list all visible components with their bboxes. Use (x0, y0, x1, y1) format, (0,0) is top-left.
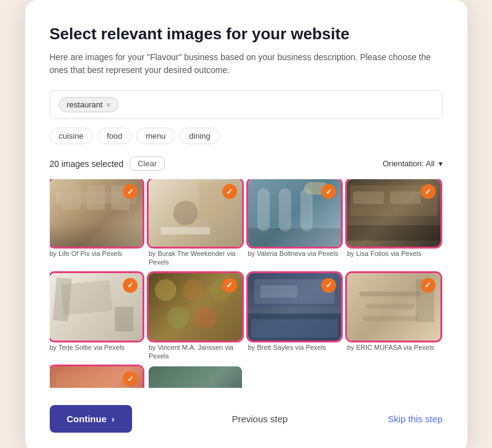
image-check-9: ✓ (123, 371, 138, 386)
chip-menu[interactable]: menu (136, 128, 175, 144)
continue-label: Continue (67, 414, 107, 424)
image-check-6: ✓ (222, 278, 237, 293)
image-wrapper-9: ✓ (50, 366, 143, 388)
image-item-7[interactable]: ✓ (248, 273, 342, 341)
image-caption-5: by Terje Soltie via Pexels (50, 343, 143, 352)
image-item-8[interactable]: ✓ (347, 273, 440, 341)
page-title: Select relevant images for your website (50, 25, 443, 44)
images-grid: ✓ by Life Of Pix via Pexels ✓ by Burak T… (50, 179, 443, 388)
image-wrapper-2: ✓ by Burak The Weekender via Pexels (149, 179, 242, 267)
image-check-3: ✓ (321, 184, 336, 199)
active-tag-label: restaurant (67, 100, 103, 109)
image-item-4[interactable]: ✓ (347, 179, 440, 247)
selected-count-area: 20 images selected Clear (50, 156, 165, 171)
active-tag-close[interactable]: × (106, 101, 111, 109)
image-item-6[interactable]: ✓ (149, 273, 242, 341)
chevron-down-icon: ▾ (439, 159, 443, 168)
footer: Continue › Previous step Skip this step (50, 405, 443, 433)
image-caption-8: by ERIC MUFASA via Pexels (347, 343, 440, 352)
image-item-5[interactable]: ✓ (50, 273, 143, 341)
image-item-1[interactable]: ✓ (50, 179, 143, 247)
skip-step-button[interactable]: Skip this step (388, 414, 442, 424)
image-wrapper-3: ✓ by Valeria Boltneva via Pexels (248, 179, 342, 267)
image-item-2[interactable]: ✓ (149, 179, 242, 247)
previous-step-button[interactable]: Previous step (232, 414, 287, 424)
image-check-7: ✓ (321, 278, 336, 293)
image-wrapper-6: ✓ by Vincent M.A. Janssen via Pexels (149, 273, 242, 361)
image-item-9[interactable]: ✓ (50, 366, 143, 388)
image-caption-2: by Burak The Weekender via Pexels (149, 249, 242, 267)
image-caption-7: by Brett Sayles via Pexels (248, 343, 342, 352)
chip-food[interactable]: food (98, 128, 131, 144)
image-wrapper-7: ✓ by Brett Sayles via Pexels (248, 273, 342, 361)
image-check-4: ✓ (421, 184, 435, 199)
image-check-5: ✓ (123, 278, 138, 293)
image-wrapper-5: ✓ by Terje Soltie via Pexels (50, 273, 143, 361)
image-wrapper-10 (149, 366, 242, 388)
image-caption-3: by Valeria Boltneva via Pexels (248, 249, 342, 258)
selected-count-text: 20 images selected (50, 159, 124, 169)
image-check-8: ✓ (421, 278, 435, 293)
page-subtitle: Here are images for your "Flavour" busin… (50, 51, 443, 77)
search-bar[interactable]: restaurant × (50, 90, 443, 119)
image-caption-6: by Vincent M.A. Janssen via Pexels (149, 343, 242, 361)
active-tag-chip[interactable]: restaurant × (59, 97, 119, 112)
image-section-header: 20 images selected Clear Orientation: Al… (50, 156, 443, 171)
image-item-3[interactable]: ✓ (248, 179, 342, 247)
clear-button[interactable]: Clear (130, 156, 165, 171)
suggestion-chips: cuisine food menu dining (50, 128, 443, 144)
orientation-dropdown[interactable]: Orientation: All ▾ (383, 159, 443, 168)
image-wrapper-4: ✓ by Lisa Fotios via Pexels (347, 179, 440, 267)
image-thumb-10 (149, 366, 242, 388)
main-card: Select relevant images for your website … (25, 0, 467, 448)
chip-dining[interactable]: dining (180, 128, 220, 144)
image-check-2: ✓ (222, 184, 237, 199)
image-item-10[interactable] (149, 366, 242, 388)
image-wrapper-1: ✓ by Life Of Pix via Pexels (50, 179, 143, 267)
continue-button[interactable]: Continue › (50, 405, 132, 433)
chevron-right-icon: › (112, 414, 115, 424)
image-wrapper-8: ✓ by ERIC MUFASA via Pexels (347, 273, 440, 361)
image-caption-1: by Life Of Pix via Pexels (50, 249, 143, 258)
image-check-1: ✓ (123, 184, 138, 199)
orientation-label: Orientation: All (383, 159, 435, 168)
image-caption-4: by Lisa Fotios via Pexels (347, 249, 440, 258)
chip-cuisine[interactable]: cuisine (50, 128, 93, 144)
